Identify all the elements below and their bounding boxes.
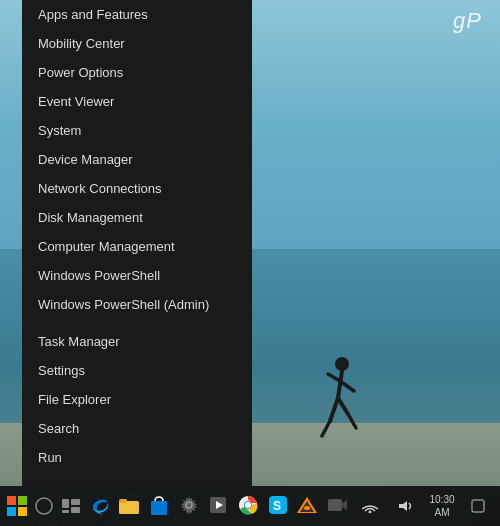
desktop: gP Apps and Features Mobility Center Pow… [0,0,500,526]
menu-item-file-explorer[interactable]: File Explorer [22,385,252,414]
svg-rect-19 [151,501,167,515]
svg-rect-18 [119,499,127,503]
menu-item-settings[interactable]: Settings [22,356,252,385]
menu-item-disk-management[interactable]: Disk Management [22,203,252,232]
svg-point-0 [335,357,349,371]
cortana-button[interactable] [31,486,58,526]
clock[interactable]: 10:30 AM [424,486,460,526]
svg-text:S: S [273,499,281,513]
taskbar-media[interactable] [204,486,234,526]
start-button[interactable] [4,486,31,526]
svg-rect-10 [7,507,16,516]
svg-line-5 [338,398,348,414]
notification-icon[interactable] [460,486,496,526]
svg-line-3 [340,381,354,391]
runner-silhouette [320,356,360,436]
taskbar-vlc[interactable] [293,486,323,526]
menu-item-event-viewer[interactable]: Event Viewer [22,87,252,116]
svg-rect-35 [472,500,484,512]
svg-rect-8 [7,496,16,505]
menu-section-2: Task Manager Settings File Explorer Sear… [22,327,252,472]
menu-item-windows-powershell-admin[interactable]: Windows PowerShell (Admin) [22,290,252,319]
svg-rect-15 [71,507,80,513]
taskbar: S [0,486,500,526]
menu-item-apps-features[interactable]: Apps and Features [22,0,252,29]
network-icon[interactable] [352,486,388,526]
svg-rect-11 [18,507,27,516]
svg-line-1 [338,371,342,398]
svg-line-6 [322,421,330,436]
system-tray: 10:30 AM [352,486,496,526]
svg-line-2 [328,374,340,381]
menu-item-search[interactable]: Search [22,414,252,443]
menu-item-network-connections[interactable]: Network Connections [22,174,252,203]
taskbar-edge[interactable] [85,486,115,526]
svg-marker-32 [342,500,347,510]
svg-point-33 [369,511,372,514]
svg-point-30 [304,506,310,510]
menu-item-power-options[interactable]: Power Options [22,58,252,87]
taskbar-store[interactable] [144,486,174,526]
menu-item-run[interactable]: Run [22,443,252,472]
menu-item-mobility-center[interactable]: Mobility Center [22,29,252,58]
menu-item-computer-management[interactable]: Computer Management [22,232,252,261]
menu-item-windows-powershell[interactable]: Windows PowerShell [22,261,252,290]
taskbar-video[interactable] [322,486,352,526]
svg-line-7 [348,414,356,428]
svg-rect-9 [18,496,27,505]
volume-icon[interactable] [388,486,424,526]
svg-line-4 [330,398,338,421]
menu-item-device-manager[interactable]: Device Manager [22,145,252,174]
svg-point-12 [36,498,52,514]
taskbar-settings[interactable] [174,486,204,526]
menu-item-task-manager[interactable]: Task Manager [22,327,252,356]
svg-rect-14 [71,499,80,505]
svg-rect-16 [62,510,69,513]
taskbar-file-explorer[interactable] [115,486,145,526]
task-view-button[interactable] [58,486,85,526]
svg-rect-31 [328,499,342,511]
svg-marker-34 [399,501,407,511]
svg-rect-13 [62,499,69,508]
menu-item-system[interactable]: System [22,116,252,145]
context-menu: Apps and Features Mobility Center Power … [22,0,252,486]
menu-section-1: Apps and Features Mobility Center Power … [22,0,252,319]
svg-point-25 [245,502,251,508]
watermark: gP [453,8,482,34]
taskbar-chrome[interactable] [233,486,263,526]
taskbar-skype[interactable]: S [263,486,293,526]
